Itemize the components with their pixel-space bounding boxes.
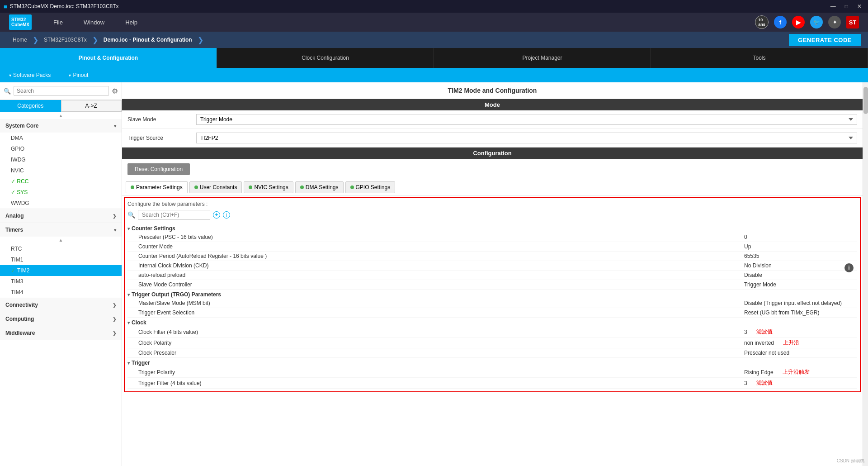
generate-code-button[interactable]: GENERATE CODE <box>789 34 861 46</box>
sidebar-section-computing: Computing ❯ <box>0 312 122 326</box>
param-row-counter-period: Counter Period (AutoReload Register - 16… <box>127 252 857 261</box>
info-icon[interactable]: i <box>844 263 854 272</box>
icon-st[interactable]: ST <box>846 16 859 29</box>
params-search-input[interactable] <box>138 210 210 220</box>
search-input[interactable] <box>14 86 109 96</box>
sidebar-item-tim1[interactable]: TIM1 <box>0 254 122 265</box>
sidebar-item-tim2[interactable]: ✓ TIM2 <box>0 265 122 276</box>
sidebar-section-analog: Analog ❯ <box>0 209 122 223</box>
sidebar-tab-row: Categories A->Z <box>0 100 122 112</box>
param-tab-dot-1 <box>131 185 134 189</box>
menu-window[interactable]: Window <box>80 17 108 28</box>
sidebar-section-header-computing[interactable]: Computing ❯ <box>0 312 122 326</box>
params-header-text: Configure the below parameters : <box>127 201 857 207</box>
menu-bar-right: 10ans f ▶ 🐦 ✦ ST <box>755 15 859 29</box>
sidebar: 🔍 ⚙ Categories A->Z ▲ System Core ▾ DMA … <box>0 82 122 466</box>
app-icon: ■ <box>4 3 7 10</box>
param-group-clock[interactable]: ▾ Clock <box>127 318 857 327</box>
param-row-msm: Master/Slave Mode (MSM bit) Disable (Tri… <box>127 299 857 308</box>
chevron-down-counter: ▾ <box>127 226 130 231</box>
sidebar-section-header-connectivity[interactable]: Connectivity ❯ <box>0 298 122 312</box>
breadcrumb-home[interactable]: Home <box>7 37 33 43</box>
sidebar-section-header-middleware[interactable]: Middleware ❯ <box>0 326 122 340</box>
info-small-icon[interactable]: i <box>223 211 230 219</box>
chevron-down-icon-timers: ▾ <box>114 228 116 233</box>
sidebar-item-iwdg[interactable]: IWDG <box>0 154 122 165</box>
param-row-slave-mode-ctrl: Slave Mode Controller Trigger Mode <box>127 280 857 290</box>
gear-icon[interactable]: ⚙ <box>112 87 118 95</box>
sidebar-item-dma[interactable]: DMA <box>0 133 122 143</box>
sidebar-item-wwdg[interactable]: WWDG <box>0 198 122 209</box>
sub-tabs: ▾ Software Packs ▾ Pinout <box>0 68 868 82</box>
corner-watermark: CSDN @弱鸡 <box>837 458 864 464</box>
subtab-pinout[interactable]: ▾ Pinout <box>69 72 88 78</box>
mode-section-bar: Mode <box>122 99 863 110</box>
icon-twitter[interactable]: 🐦 <box>810 16 823 29</box>
param-row-clock-filter: Clock Filter (4 bits value) 3 滤波值 <box>127 327 857 338</box>
slave-mode-select[interactable]: Trigger Mode <box>196 114 857 125</box>
sidebar-item-rcc[interactable]: RCC <box>0 176 122 187</box>
chevron-down-clock: ▾ <box>127 320 130 325</box>
sidebar-section-timers: Timers ▾ ▲ RTC TIM1 ✓ TIM2 TIM3 TIM4 <box>0 223 122 298</box>
sidebar-item-nvic[interactable]: NVIC <box>0 165 122 176</box>
breadcrumb-mcu[interactable]: STM32F103C8Tx <box>38 37 92 43</box>
params-panel: Configure the below parameters : 🔍 + i ▾… <box>124 197 861 392</box>
param-tab-nvic-settings[interactable]: NVIC Settings <box>244 181 293 193</box>
sidebar-tab-categories[interactable]: Categories <box>0 100 61 112</box>
tab-clock-config[interactable]: Clock Configuration <box>217 48 434 68</box>
chevron-down-icon: ▾ <box>114 124 116 128</box>
scroll-up-timers-btn[interactable]: ▲ <box>0 237 122 243</box>
trigger-source-select[interactable]: TI2FP2 <box>196 133 857 143</box>
app-logo: STM32CubeMX <box>9 14 32 30</box>
sidebar-item-tim4[interactable]: TIM4 <box>0 287 122 298</box>
sidebar-item-rtc[interactable]: RTC <box>0 243 122 254</box>
tab-tools[interactable]: Tools <box>651 48 868 68</box>
sidebar-item-tim3[interactable]: TIM3 <box>0 276 122 287</box>
minimize-button[interactable]: — <box>828 2 839 10</box>
icon-network[interactable]: ✦ <box>828 16 841 29</box>
param-tab-dma-settings[interactable]: DMA Settings <box>295 181 344 193</box>
search-icon-params: 🔍 <box>127 211 135 219</box>
breadcrumb-sep-1: ❯ <box>33 36 38 44</box>
vertical-scrollbar[interactable] <box>863 82 868 466</box>
sidebar-section-system-core: ▲ System Core ▾ DMA GPIO IWDG NVIC RCC S… <box>0 112 122 209</box>
maximize-button[interactable]: □ <box>842 2 851 10</box>
param-tab-parameter-settings[interactable]: Parameter Settings <box>126 181 188 193</box>
sidebar-section-header-system-core[interactable]: System Core ▾ <box>0 119 122 133</box>
scrollbar-thumb[interactable] <box>863 87 868 114</box>
reset-config-button[interactable]: Reset Configuration <box>127 163 190 175</box>
tab-project-manager[interactable]: Project Manager <box>434 48 651 68</box>
sidebar-item-gpio[interactable]: GPIO <box>0 143 122 154</box>
icon-facebook[interactable]: f <box>774 16 787 29</box>
logo-box: STM32CubeMX <box>9 14 32 30</box>
menu-file[interactable]: File <box>50 17 66 28</box>
menu-bar: STM32CubeMX File Window Help 10ans f ▶ 🐦… <box>0 13 868 32</box>
param-tab-gpio-settings[interactable]: GPIO Settings <box>345 181 396 193</box>
tab-pinout-config[interactable]: Pinout & Configuration <box>0 48 217 68</box>
title-bar-left: ■ STM32CubeMX Demo.ioc: STM32F103C8Tx <box>4 3 119 10</box>
icon-10years[interactable]: 10ans <box>755 15 769 29</box>
param-group-trigger[interactable]: ▾ Trigger <box>127 358 857 367</box>
param-group-counter-settings[interactable]: ▾ Counter Settings <box>127 223 857 233</box>
sidebar-section-header-timers[interactable]: Timers ▾ <box>0 223 122 237</box>
subtab-software-packs[interactable]: ▾ Software Packs <box>9 72 51 78</box>
param-tab-user-constants[interactable]: User Constants <box>189 181 242 193</box>
sidebar-section-header-analog[interactable]: Analog ❯ <box>0 209 122 223</box>
menu-help[interactable]: Help <box>122 17 141 28</box>
param-group-trgo[interactable]: ▾ Trigger Output (TRGO) Parameters <box>127 290 857 299</box>
sidebar-tab-az[interactable]: A->Z <box>61 100 122 112</box>
breadcrumb-project[interactable]: Demo.ioc - Pinout & Configuration <box>98 37 198 43</box>
slave-mode-row: Slave Mode Trigger Mode <box>122 110 863 129</box>
add-icon[interactable]: + <box>213 211 220 219</box>
content-area: TIM2 Mode and Configuration Mode Slave M… <box>122 82 863 466</box>
close-button[interactable]: ✕ <box>854 2 864 10</box>
icon-youtube[interactable]: ▶ <box>792 16 805 29</box>
param-row-ckd: Internal Clock Division (CKD) No Divisio… <box>127 261 857 271</box>
breadcrumb-sep-3: ❯ <box>198 36 203 44</box>
chevron-down-trigger: ▾ <box>127 361 130 366</box>
scroll-up-btn[interactable]: ▲ <box>0 112 122 119</box>
sidebar-item-sys[interactable]: SYS <box>0 187 122 198</box>
sidebar-section-middleware: Middleware ❯ <box>0 326 122 340</box>
param-row-prescaler: Prescaler (PSC - 16 bits value) 0 <box>127 233 857 242</box>
breadcrumb: Home ❯ STM32F103C8Tx ❯ Demo.ioc - Pinout… <box>0 32 868 48</box>
